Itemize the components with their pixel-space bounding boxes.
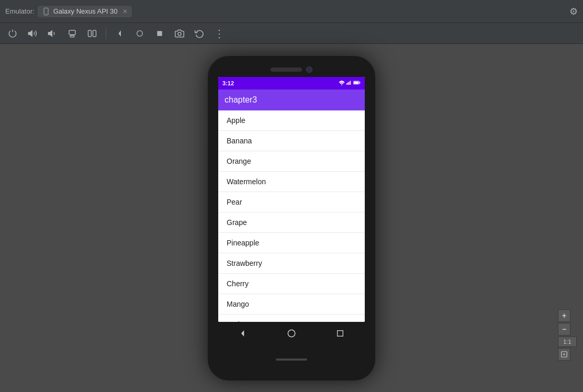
svg-rect-19 bbox=[354, 81, 358, 83]
svg-marker-8 bbox=[118, 30, 121, 37]
list-item[interactable]: Pear bbox=[218, 192, 365, 212]
battery-icon bbox=[353, 80, 361, 86]
svg-marker-20 bbox=[241, 330, 244, 337]
phone-device: 3:12 bbox=[208, 56, 375, 380]
svg-rect-4 bbox=[69, 30, 75, 35]
svg-rect-0 bbox=[44, 8, 48, 15]
home-indicator bbox=[276, 359, 307, 361]
device-tab-label: Galaxy Nexus API 30 bbox=[53, 7, 118, 15]
list-item[interactable]: Strawberry bbox=[218, 253, 365, 274]
status-bar: 3:12 bbox=[218, 77, 365, 89]
status-icons bbox=[339, 80, 361, 86]
stop-button[interactable] bbox=[153, 27, 166, 40]
screenshot-button[interactable] bbox=[173, 27, 186, 40]
volume-up-button[interactable] bbox=[26, 27, 39, 40]
list-item[interactable]: Apple bbox=[218, 110, 365, 131]
list-item[interactable]: Grape bbox=[218, 212, 365, 233]
svg-point-12 bbox=[341, 84, 342, 85]
svg-rect-22 bbox=[338, 330, 343, 336]
list-item[interactable]: Banana bbox=[218, 131, 365, 151]
phone-bottom-nav bbox=[218, 322, 365, 345]
replay-button[interactable] bbox=[193, 27, 206, 40]
app-bar: chapter3 bbox=[218, 89, 365, 110]
rotate-button[interactable] bbox=[66, 27, 79, 40]
more-button[interactable]: ⋮ bbox=[213, 27, 226, 40]
toolbar: Emulator: Galaxy Nexus API 30 ✕ ⚙ bbox=[0, 0, 583, 23]
phone-icon bbox=[42, 7, 50, 16]
svg-point-21 bbox=[288, 330, 295, 337]
circle-button[interactable] bbox=[133, 27, 146, 40]
power-button[interactable] bbox=[6, 27, 19, 40]
list-item[interactable]: Orange bbox=[218, 151, 365, 172]
zoom-out-button[interactable]: − bbox=[558, 323, 570, 335]
signal-icon bbox=[346, 80, 352, 86]
toolbar-left: Emulator: Galaxy Nexus API 30 ✕ bbox=[5, 6, 132, 17]
svg-point-1 bbox=[46, 13, 46, 14]
emulator-label: Emulator: bbox=[5, 7, 35, 15]
volume-down-button[interactable] bbox=[46, 27, 59, 40]
fruit-list[interactable]: Apple Banana Orange Watermelon Pear Grap… bbox=[218, 110, 365, 322]
list-item[interactable]: Cherry bbox=[218, 274, 365, 294]
svg-marker-3 bbox=[49, 30, 52, 36]
speaker-grill bbox=[271, 68, 302, 72]
svg-rect-15 bbox=[349, 82, 350, 85]
nav-back-button[interactable] bbox=[236, 326, 250, 341]
nav-home-button[interactable] bbox=[284, 326, 299, 341]
wifi-icon bbox=[339, 80, 345, 86]
zoom-in-button[interactable]: + bbox=[558, 309, 570, 322]
back-button[interactable] bbox=[114, 27, 126, 40]
settings-button[interactable]: ⚙ bbox=[569, 6, 578, 17]
fold-button[interactable] bbox=[86, 27, 98, 40]
main-area: 3:12 bbox=[0, 44, 583, 392]
camera bbox=[306, 66, 312, 73]
volume-side-button[interactable] bbox=[206, 119, 208, 145]
close-tab-button[interactable]: ✕ bbox=[122, 8, 128, 15]
svg-rect-14 bbox=[347, 82, 349, 85]
phone-bottom-space bbox=[276, 345, 307, 370]
zoom-controls: + − 1:1 bbox=[558, 309, 577, 361]
svg-rect-7 bbox=[93, 30, 96, 37]
separator-1 bbox=[106, 28, 106, 39]
list-item[interactable]: Mango bbox=[218, 294, 365, 315]
svg-rect-18 bbox=[360, 82, 361, 83]
svg-marker-2 bbox=[29, 30, 32, 36]
actionbar: ⋮ bbox=[0, 23, 583, 44]
more-icon: ⋮ bbox=[214, 28, 225, 39]
list-item[interactable]: Pineapple bbox=[218, 233, 365, 253]
zoom-icon[interactable] bbox=[558, 348, 570, 361]
app-title: chapter3 bbox=[225, 95, 257, 105]
svg-rect-10 bbox=[157, 31, 162, 36]
device-tab[interactable]: Galaxy Nexus API 30 ✕ bbox=[38, 6, 132, 17]
nav-recents-button[interactable] bbox=[333, 326, 347, 341]
list-item[interactable]: Watermelon bbox=[218, 172, 365, 192]
zoom-ratio-label: 1:1 bbox=[558, 337, 577, 347]
phone-screen: 3:12 bbox=[218, 77, 365, 322]
svg-point-9 bbox=[137, 30, 143, 36]
phone-top bbox=[213, 66, 370, 77]
list-item[interactable]: Apricot bbox=[218, 315, 365, 322]
settings-icon: ⚙ bbox=[569, 6, 578, 17]
svg-rect-6 bbox=[88, 30, 92, 37]
svg-rect-16 bbox=[350, 81, 351, 85]
status-time: 3:12 bbox=[222, 80, 234, 86]
svg-rect-13 bbox=[346, 83, 347, 85]
svg-point-11 bbox=[178, 32, 181, 35]
svg-rect-5 bbox=[70, 35, 74, 37]
